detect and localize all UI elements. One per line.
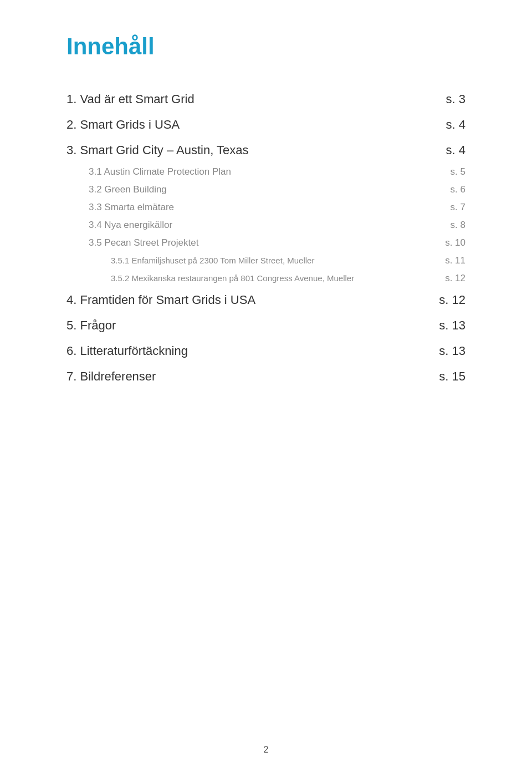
toc-item-page: s. 5 <box>451 166 466 177</box>
toc-item-page: s. 11 <box>445 255 466 266</box>
toc-item-page: s. 3 <box>446 92 466 106</box>
page-number-footer: 2 <box>55 745 477 755</box>
toc-item: 3.2 Green Buildings. 6 <box>66 181 466 199</box>
toc-item-label: 3.2 Green Building <box>89 184 451 195</box>
toc-item: 7. Bildreferensers. 15 <box>66 364 466 389</box>
toc-item-page: s. 13 <box>439 318 466 333</box>
toc-item-page: s. 10 <box>445 237 466 248</box>
toc-item-label: 3.1 Austin Climate Protection Plan <box>89 166 451 177</box>
toc-item-page: s. 13 <box>439 344 466 358</box>
toc-item-label: 4. Framtiden för Smart Grids i USA <box>66 293 439 307</box>
toc-item-label: 3.4 Nya energikällor <box>89 220 451 231</box>
page: Innehåll 1. Vad är ett Smart Grids. 32. … <box>55 0 477 777</box>
toc-item: 6. Litteraturförtäcknings. 13 <box>66 338 466 364</box>
toc-item: 4. Framtiden för Smart Grids i USAs. 12 <box>66 287 466 313</box>
toc-item-label: 1. Vad är ett Smart Grid <box>66 92 446 106</box>
toc-item: 3.5.2 Mexikanska restaurangen på 801 Con… <box>66 270 466 287</box>
toc-item-label: 3.5.2 Mexikanska restaurangen på 801 Con… <box>111 273 445 283</box>
toc-item-label: 2. Smart Grids i USA <box>66 118 446 132</box>
toc-item: 3.4 Nya energikällors. 8 <box>66 216 466 234</box>
toc-item-page: s. 4 <box>446 118 466 132</box>
toc-item-label: 3.5.1 Enfamiljshuset på 2300 Tom Miller … <box>111 256 445 265</box>
toc-item: 3.5.1 Enfamiljshuset på 2300 Tom Miller … <box>66 252 466 270</box>
toc-item-page: s. 4 <box>446 143 466 158</box>
toc-item: 3. Smart Grid City – Austin, Texass. 4 <box>66 138 466 163</box>
toc-item-page: s. 15 <box>439 369 466 384</box>
table-of-contents: 1. Vad är ett Smart Grids. 32. Smart Gri… <box>66 87 466 389</box>
toc-item: 2. Smart Grids i USAs. 4 <box>66 112 466 138</box>
toc-item-label: 6. Litteraturförtäckning <box>66 344 439 358</box>
toc-item-page: s. 7 <box>451 202 466 213</box>
toc-item: 3.1 Austin Climate Protection Plans. 5 <box>66 163 466 181</box>
toc-item: 1. Vad är ett Smart Grids. 3 <box>66 87 466 112</box>
toc-item: 3.3 Smarta elmätares. 7 <box>66 199 466 216</box>
toc-item-label: 3.3 Smarta elmätare <box>89 202 451 213</box>
toc-item: 5. Frågors. 13 <box>66 313 466 338</box>
toc-item-page: s. 12 <box>445 273 466 284</box>
toc-item-label: 7. Bildreferenser <box>66 369 439 384</box>
toc-item-page: s. 8 <box>451 220 466 231</box>
toc-item-page: s. 6 <box>451 184 466 195</box>
toc-item: 3.5 Pecan Street Projektets. 10 <box>66 234 466 252</box>
toc-item-label: 3.5 Pecan Street Projektet <box>89 237 445 248</box>
toc-item-page: s. 12 <box>439 293 466 307</box>
toc-item-label: 3. Smart Grid City – Austin, Texas <box>66 143 446 158</box>
page-title: Innehåll <box>66 33 466 60</box>
toc-item-label: 5. Frågor <box>66 318 439 333</box>
